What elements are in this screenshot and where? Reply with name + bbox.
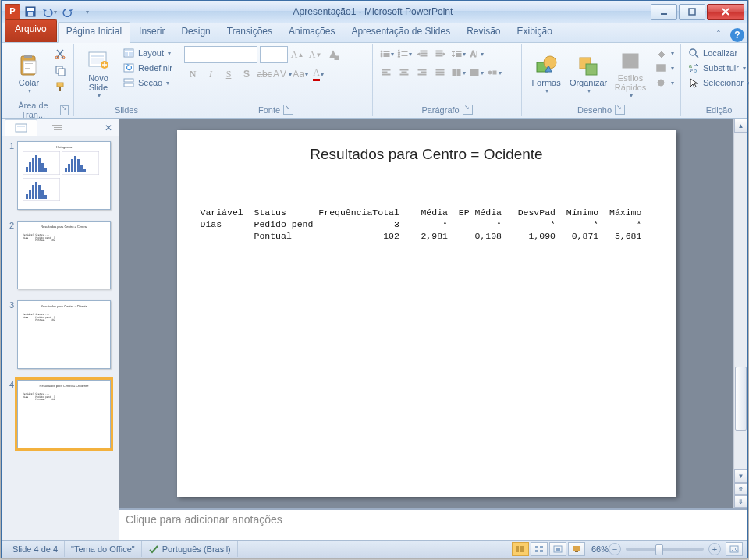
svg-point-75	[690, 49, 696, 55]
arrange-button[interactable]: Organizar▾	[569, 46, 608, 101]
scroll-up-icon[interactable]: ▲	[734, 119, 747, 133]
new-slide-button[interactable]: Novo Slide ▾	[79, 46, 118, 101]
quick-styles-button[interactable]: A Estilos Rápidos▾	[611, 46, 650, 101]
paragraph-launcher-icon[interactable]	[463, 105, 473, 115]
panel-tab-outline[interactable]	[41, 119, 73, 136]
outdent-icon[interactable]	[414, 46, 431, 62]
replace-button[interactable]: abSubstituir▾	[686, 61, 749, 75]
grow-font-icon[interactable]: A▲	[289, 47, 306, 62]
view-normal-icon[interactable]	[512, 542, 529, 556]
zoom-slider[interactable]	[626, 548, 704, 551]
copy-icon[interactable]	[51, 62, 69, 78]
tab-file[interactable]: Arquivo	[5, 19, 57, 42]
font-name-combo[interactable]	[184, 46, 257, 63]
layout-button[interactable]: Layout▾	[121, 46, 174, 60]
italic-icon[interactable]: I	[202, 66, 219, 82]
shrink-font-icon[interactable]: A▼	[307, 47, 324, 62]
cut-icon[interactable]	[51, 46, 69, 62]
scroll-thumb[interactable]	[735, 367, 747, 431]
scroll-down-icon[interactable]: ▼	[734, 469, 747, 483]
reset-button[interactable]: Redefinir	[121, 61, 174, 75]
tab-review[interactable]: Revisão	[459, 23, 508, 42]
align-center-icon[interactable]	[396, 65, 413, 80]
select-icon	[687, 76, 700, 89]
shape-effects-button[interactable]: ▾	[653, 76, 676, 90]
align-right-icon[interactable]	[414, 65, 431, 80]
svg-rect-32	[384, 54, 389, 55]
section-icon	[122, 76, 135, 89]
qat-save-icon[interactable]	[22, 3, 39, 20]
help-icon[interactable]: ?	[730, 28, 744, 42]
qat-redo-icon[interactable]	[59, 3, 76, 20]
zoom-level[interactable]: 66%	[591, 544, 609, 554]
format-painter-icon[interactable]	[51, 79, 69, 94]
text-direction-icon[interactable]: A▾	[467, 46, 485, 62]
find-button[interactable]: Localizar	[686, 46, 749, 60]
bold-icon[interactable]: N	[184, 66, 201, 82]
justify-icon[interactable]	[431, 65, 449, 80]
align-left-icon[interactable]	[378, 65, 395, 80]
strike-icon[interactable]: abc	[256, 66, 273, 82]
minimize-ribbon-icon[interactable]: ˆ	[712, 28, 726, 42]
indent-icon[interactable]	[431, 46, 449, 62]
panel-tab-slides[interactable]	[5, 119, 37, 136]
fit-window-icon[interactable]	[726, 542, 743, 556]
font-launcher-icon[interactable]	[283, 105, 293, 115]
svg-rect-108	[520, 546, 524, 552]
char-spacing-icon[interactable]: AV▾	[274, 66, 291, 82]
font-color-icon[interactable]: A▾	[310, 66, 327, 82]
tab-design[interactable]: Design	[173, 23, 218, 42]
select-button[interactable]: Selecionar▾	[686, 76, 749, 90]
thumbnail-4[interactable]: 4 Resultados para Centro = OcidenteVariá…	[5, 380, 115, 448]
slide-canvas[interactable]: Resultados para Centro = Ocidente Variáv…	[177, 130, 676, 497]
thumbnail-1[interactable]: 1 Histograma	[5, 141, 115, 210]
underline-icon[interactable]: S	[220, 66, 237, 82]
change-case-icon[interactable]: Aa▾	[292, 66, 309, 82]
window-close-button[interactable]	[707, 4, 744, 20]
next-slide-icon[interactable]: ⤋	[734, 495, 747, 508]
zoom-slider-thumb[interactable]	[655, 544, 663, 555]
font-size-combo[interactable]	[260, 46, 288, 63]
smartart-icon[interactable]: ▾	[485, 65, 502, 80]
tab-insert[interactable]: Inserir	[131, 23, 172, 42]
view-reading-icon[interactable]	[549, 542, 566, 556]
window-maximize-button[interactable]	[679, 4, 705, 20]
paste-button[interactable]: Colar ▾	[9, 46, 48, 101]
shape-outline-button[interactable]: ▾	[653, 61, 676, 75]
clear-format-icon[interactable]	[325, 47, 342, 62]
zoom-out-icon[interactable]: −	[609, 543, 621, 555]
view-sorter-icon[interactable]	[531, 542, 548, 556]
notes-pane[interactable]: Clique para adicionar anotações	[119, 508, 747, 540]
tab-view[interactable]: Exibição	[509, 23, 560, 42]
numbering-icon[interactable]: 12▾	[396, 46, 413, 62]
clipboard-launcher-icon[interactable]	[60, 105, 69, 115]
tab-slideshow[interactable]: Apresentação de Slides	[343, 23, 458, 42]
view-slideshow-icon[interactable]	[568, 542, 585, 556]
status-language[interactable]: Português (Brasil)	[142, 541, 238, 557]
thumbnail-3[interactable]: 3 Resultados para Centro = OrienteVariáv…	[5, 300, 115, 369]
qat-undo-icon[interactable]: ▾	[41, 3, 58, 20]
app-icon[interactable]: P	[5, 4, 20, 19]
svg-rect-1	[27, 8, 34, 11]
prev-slide-icon[interactable]: ⤊	[734, 483, 747, 495]
shape-fill-button[interactable]: ▾	[653, 46, 676, 60]
drawing-launcher-icon[interactable]	[615, 105, 625, 115]
svg-rect-44	[436, 55, 442, 56]
tab-transitions[interactable]: Transições	[219, 23, 280, 42]
thumbnail-2[interactable]: 2 Resultados para Centro = CentralVariáv…	[5, 221, 115, 289]
vertical-scrollbar[interactable]: ▲ ▼ ⤊ ⤋	[733, 119, 747, 508]
window-minimize-button[interactable]	[651, 4, 677, 20]
align-text-icon[interactable]: ▾	[467, 65, 485, 80]
shapes-button[interactable]: Formas▾	[527, 46, 566, 101]
qat-customize-icon[interactable]: ▾	[78, 3, 95, 20]
panel-close-icon[interactable]: ✕	[101, 120, 115, 136]
line-spacing-icon[interactable]: ▾	[449, 46, 467, 62]
section-button[interactable]: Seção▾	[121, 76, 174, 90]
shadow-icon[interactable]: S	[238, 66, 255, 82]
bullets-icon[interactable]: ▾	[378, 46, 395, 62]
tab-animations[interactable]: Animações	[281, 23, 343, 42]
zoom-in-icon[interactable]: +	[708, 543, 721, 555]
columns-icon[interactable]: ▾	[449, 65, 467, 80]
tab-home[interactable]: Página Inicial	[58, 22, 130, 43]
svg-rect-105	[41, 190, 44, 199]
